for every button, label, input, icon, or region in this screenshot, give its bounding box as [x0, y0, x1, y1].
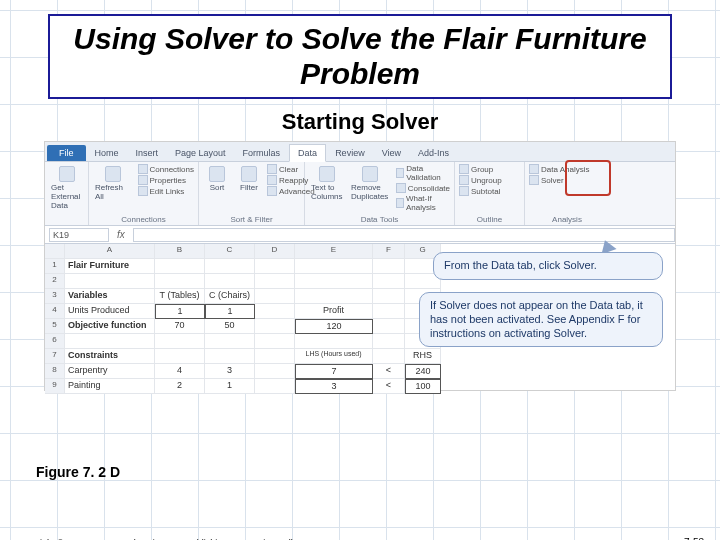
cell-B2[interactable]: [155, 274, 205, 289]
col-E[interactable]: E: [295, 244, 373, 259]
cell-F9[interactable]: <: [373, 379, 405, 394]
row-5[interactable]: 5: [45, 319, 65, 334]
row-3[interactable]: 3: [45, 289, 65, 304]
cell-A1[interactable]: Flair Furniture: [65, 259, 155, 274]
cell-G8[interactable]: 240: [405, 364, 441, 379]
cell-A3[interactable]: Variables: [65, 289, 155, 304]
cell-C9[interactable]: 1: [205, 379, 255, 394]
fx-icon[interactable]: fx: [113, 229, 129, 240]
cell-A7[interactable]: Constraints: [65, 349, 155, 364]
cell-F5[interactable]: [373, 319, 405, 334]
row-6[interactable]: 6: [45, 334, 65, 349]
consolidate-button[interactable]: Consolidate: [396, 183, 450, 193]
cell-B9[interactable]: 2: [155, 379, 205, 394]
text-to-columns-button[interactable]: Text to Columns: [309, 164, 345, 203]
cell-A2[interactable]: [65, 274, 155, 289]
cell-B8[interactable]: 4: [155, 364, 205, 379]
cell-C5[interactable]: 50: [205, 319, 255, 334]
cell-A8[interactable]: Carpentry: [65, 364, 155, 379]
cell-F1[interactable]: [373, 259, 405, 274]
cell-B4[interactable]: 1: [155, 304, 205, 319]
row-2[interactable]: 2: [45, 274, 65, 289]
cell-G9[interactable]: 100: [405, 379, 441, 394]
cell-D7[interactable]: [255, 349, 295, 364]
cell-E5[interactable]: 120: [295, 319, 373, 334]
cell-D9[interactable]: [255, 379, 295, 394]
cell-C2[interactable]: [205, 274, 255, 289]
connections-button[interactable]: Connections: [138, 164, 194, 174]
tab-addins[interactable]: Add-Ins: [410, 145, 457, 161]
cell-D8[interactable]: [255, 364, 295, 379]
cell-C4[interactable]: 1: [205, 304, 255, 319]
cell-F2[interactable]: [373, 274, 405, 289]
cell-C6[interactable]: [205, 334, 255, 349]
cell-F6[interactable]: [373, 334, 405, 349]
cell-E8[interactable]: 7: [295, 364, 373, 379]
group-button[interactable]: Group: [459, 164, 502, 174]
get-external-data-button[interactable]: Get External Data: [49, 164, 84, 212]
col-C[interactable]: C: [205, 244, 255, 259]
cell-A6[interactable]: [65, 334, 155, 349]
col-F[interactable]: F: [373, 244, 405, 259]
cell-F3[interactable]: [373, 289, 405, 304]
row-8[interactable]: 8: [45, 364, 65, 379]
cell-B5[interactable]: 70: [155, 319, 205, 334]
cell-A4[interactable]: Units Produced: [65, 304, 155, 319]
cell-F8[interactable]: <: [373, 364, 405, 379]
corner-cell[interactable]: [45, 244, 65, 259]
properties-button[interactable]: Properties: [138, 175, 194, 185]
cell-E2[interactable]: [295, 274, 373, 289]
cell-D5[interactable]: [255, 319, 295, 334]
cell-C7[interactable]: [205, 349, 255, 364]
col-B[interactable]: B: [155, 244, 205, 259]
ungroup-button[interactable]: Ungroup: [459, 175, 502, 185]
cell-E3[interactable]: [295, 289, 373, 304]
tab-review[interactable]: Review: [327, 145, 373, 161]
filter-button[interactable]: Filter: [235, 164, 263, 194]
cell-D1[interactable]: [255, 259, 295, 274]
row-4[interactable]: 4: [45, 304, 65, 319]
cell-B6[interactable]: [155, 334, 205, 349]
sort-button[interactable]: Sort: [203, 164, 231, 194]
cell-C1[interactable]: [205, 259, 255, 274]
row-9[interactable]: 9: [45, 379, 65, 394]
tab-file[interactable]: File: [47, 145, 86, 161]
cell-F4[interactable]: [373, 304, 405, 319]
cell-E4[interactable]: Profit: [295, 304, 373, 319]
refresh-all-button[interactable]: Refresh All: [93, 164, 134, 203]
cell-B7[interactable]: [155, 349, 205, 364]
solver-button[interactable]: Solver: [529, 175, 589, 185]
data-analysis-button[interactable]: Data Analysis: [529, 164, 589, 174]
data-validation-button[interactable]: Data Validation: [396, 164, 450, 182]
cell-E9[interactable]: 3: [295, 379, 373, 394]
what-if-button[interactable]: What-If Analysis: [396, 194, 450, 212]
cell-D4[interactable]: [255, 304, 295, 319]
cell-G7[interactable]: RHS: [405, 349, 441, 364]
cell-E7[interactable]: LHS (Hours used): [295, 349, 373, 364]
cell-A9[interactable]: Painting: [65, 379, 155, 394]
tab-insert[interactable]: Insert: [128, 145, 167, 161]
tab-home[interactable]: Home: [87, 145, 127, 161]
tab-page-layout[interactable]: Page Layout: [167, 145, 234, 161]
remove-duplicates-button[interactable]: Remove Duplicates: [349, 164, 392, 203]
tab-formulas[interactable]: Formulas: [235, 145, 289, 161]
col-D[interactable]: D: [255, 244, 295, 259]
cell-B1[interactable]: [155, 259, 205, 274]
name-box[interactable]: K19: [49, 228, 109, 242]
edit-links-button[interactable]: Edit Links: [138, 186, 194, 196]
row-7[interactable]: 7: [45, 349, 65, 364]
cell-A5[interactable]: Objective function: [65, 319, 155, 334]
cell-E1[interactable]: [295, 259, 373, 274]
cell-D6[interactable]: [255, 334, 295, 349]
subtotal-button[interactable]: Subtotal: [459, 186, 502, 196]
cell-D2[interactable]: [255, 274, 295, 289]
tab-view[interactable]: View: [374, 145, 409, 161]
cell-C8[interactable]: 3: [205, 364, 255, 379]
tab-data[interactable]: Data: [289, 144, 326, 162]
row-1[interactable]: 1: [45, 259, 65, 274]
cell-F7[interactable]: [373, 349, 405, 364]
cell-E6[interactable]: [295, 334, 373, 349]
col-A[interactable]: A: [65, 244, 155, 259]
cell-D3[interactable]: [255, 289, 295, 304]
cell-B3[interactable]: T (Tables): [155, 289, 205, 304]
